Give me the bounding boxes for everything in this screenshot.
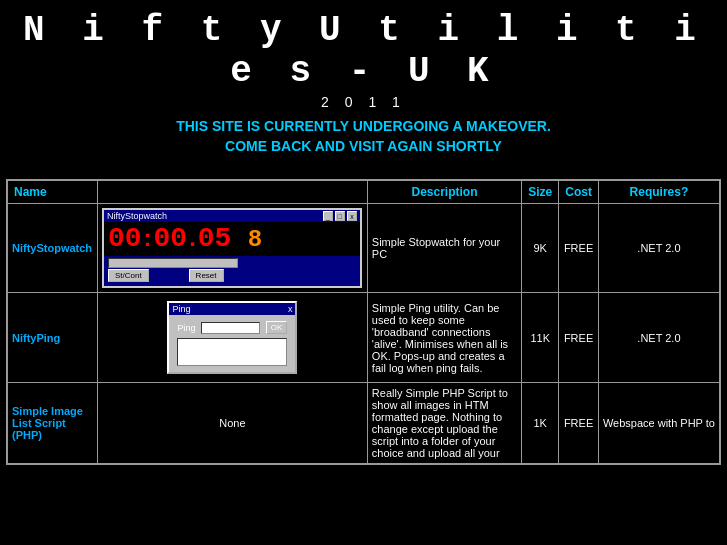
sw-colon2: . bbox=[189, 224, 196, 252]
nifty-stopwatch-link[interactable]: NiftyStopwatch bbox=[12, 242, 92, 254]
sw-minutes: 00 bbox=[154, 225, 188, 253]
table-header-row: Name Description Size Cost Requires? bbox=[8, 181, 720, 204]
sw-title-buttons: _ □ x bbox=[323, 211, 357, 221]
sw-progress-bar bbox=[108, 258, 238, 268]
row2-size: 11K bbox=[522, 293, 559, 383]
ping-output-area bbox=[177, 338, 287, 366]
row2-name-cell: NiftyPing bbox=[8, 293, 98, 383]
row3-requires: Webspace with PHP to bbox=[598, 383, 719, 464]
sw-colon1: : bbox=[144, 224, 152, 252]
site-title: N i f t y U t i l i t i e s - U K bbox=[0, 10, 727, 92]
notice2: COME BACK AND VISIT AGAIN SHORTLY bbox=[0, 138, 727, 154]
ping-input[interactable] bbox=[201, 322, 259, 334]
sw-hours: 00 bbox=[108, 225, 142, 253]
sw-titlebar: NiftyStopwatch _ □ x bbox=[104, 210, 360, 222]
col-description: Description bbox=[367, 181, 521, 204]
main-content: Name Description Size Cost Requires? Nif… bbox=[6, 179, 721, 465]
sw-fraction: 8 bbox=[233, 226, 262, 253]
year: 2 0 1 1 bbox=[0, 94, 727, 110]
row2-cost: FREE bbox=[559, 293, 599, 383]
row1-desc: Simple Stopwatch for your PC bbox=[367, 204, 521, 293]
row3-cost: FREE bbox=[559, 383, 599, 464]
col-requires: Requires? bbox=[598, 181, 719, 204]
sw-digits: 00 : 00 . 05 8 bbox=[108, 224, 262, 254]
sw-button-row: St/Cont Reset bbox=[108, 269, 356, 282]
table-row: NiftyStopwatch NiftyStopwatch _ □ x bbox=[8, 204, 720, 293]
nifty-ping-link[interactable]: NiftyPing bbox=[12, 332, 60, 344]
ping-body: Ping OK bbox=[169, 315, 295, 372]
col-cost: Cost bbox=[559, 181, 599, 204]
row2-requires: .NET 2.0 bbox=[598, 293, 719, 383]
table-row: Simple Image List Script (PHP) None Real… bbox=[8, 383, 720, 464]
sw-close-btn[interactable]: x bbox=[347, 211, 357, 221]
utilities-table: Name Description Size Cost Requires? Nif… bbox=[7, 180, 720, 464]
row3-desc: Really Simple PHP Script to show all ima… bbox=[367, 383, 521, 464]
col-name: Name bbox=[8, 181, 98, 204]
row1-name-cell: NiftyStopwatch bbox=[8, 204, 98, 293]
ping-input-row: Ping OK bbox=[177, 321, 287, 334]
ping-label: Ping bbox=[177, 323, 195, 333]
row3-size: 1K bbox=[522, 383, 559, 464]
sw-start-btn[interactable]: St/Cont bbox=[108, 269, 149, 282]
row3-name-cell: Simple Image List Script (PHP) bbox=[8, 383, 98, 464]
table-row: NiftyPing Ping x Ping OK bbox=[8, 293, 720, 383]
row1-requires: .NET 2.0 bbox=[598, 204, 719, 293]
ping-ok-btn[interactable]: OK bbox=[266, 321, 288, 334]
page-header: N i f t y U t i l i t i e s - U K 2 0 1 … bbox=[0, 0, 727, 169]
sw-title-text: NiftyStopwatch bbox=[107, 211, 167, 221]
ping-preview: Ping x Ping OK bbox=[167, 301, 297, 374]
row2-desc: Simple Ping utility. Can be used to keep… bbox=[367, 293, 521, 383]
sw-min-btn[interactable]: _ bbox=[323, 211, 333, 221]
row1-preview-cell: NiftyStopwatch _ □ x 00 : 00 bbox=[97, 204, 367, 293]
row1-cost: FREE bbox=[559, 204, 599, 293]
sw-max-btn[interactable]: □ bbox=[335, 211, 345, 221]
ping-title-text: Ping bbox=[172, 304, 190, 314]
row2-preview-cell: Ping x Ping OK bbox=[97, 293, 367, 383]
sw-reset-btn[interactable]: Reset bbox=[189, 269, 224, 282]
row1-size: 9K bbox=[522, 204, 559, 293]
ping-close-btn[interactable]: x bbox=[288, 304, 293, 314]
stopwatch-preview: NiftyStopwatch _ □ x 00 : 00 bbox=[102, 208, 362, 288]
sw-seconds: 05 bbox=[198, 225, 232, 253]
col-size: Size bbox=[522, 181, 559, 204]
col-preview bbox=[97, 181, 367, 204]
ping-titlebar: Ping x bbox=[169, 303, 295, 315]
simple-image-list-link[interactable]: Simple Image List Script (PHP) bbox=[12, 405, 83, 441]
sw-bottom: St/Cont Reset bbox=[104, 256, 360, 284]
row3-preview-cell: None bbox=[97, 383, 367, 464]
notice1: THIS SITE IS CURRENTLY UNDERGOING A MAKE… bbox=[0, 118, 727, 134]
sw-body: 00 : 00 . 05 8 bbox=[104, 222, 360, 256]
row3-preview-none: None bbox=[102, 407, 363, 439]
